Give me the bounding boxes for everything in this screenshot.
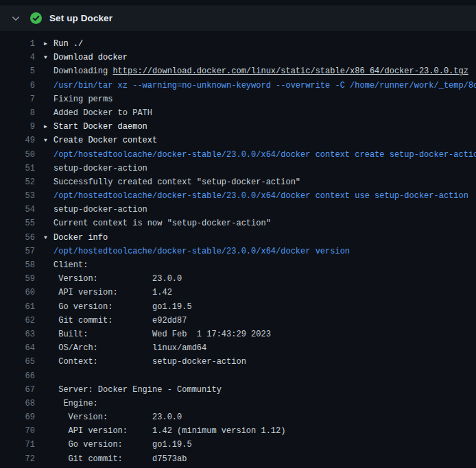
log-line: 71 Go version: go1.19.5	[0, 438, 476, 452]
log-segment: API version: 1.42	[53, 288, 172, 297]
line-number[interactable]: 59	[0, 272, 35, 286]
line-number[interactable]: 61	[0, 300, 35, 314]
group-title[interactable]: Run ./	[53, 39, 83, 49]
line-number[interactable]: 4	[0, 51, 35, 64]
line-number[interactable]: 52	[0, 175, 35, 189]
line-number[interactable]: 72	[0, 452, 35, 466]
log-line: 7Fixing perms	[0, 93, 476, 106]
log-text: /opt/hostedtoolcache/docker-stable/23.0.…	[53, 148, 476, 162]
arrow-spacer	[44, 79, 53, 93]
line-number[interactable]: 63	[0, 328, 35, 341]
log-link[interactable]: https://download.docker.com/linux/static…	[112, 66, 468, 76]
line-number[interactable]: 53	[0, 189, 35, 203]
log-text: Fixing perms	[53, 93, 112, 106]
line-number[interactable]: 56	[0, 231, 35, 245]
log-line: 58Client:	[0, 258, 476, 272]
line-number[interactable]: 70	[0, 424, 35, 438]
log-line: 59 Version: 23.0.0	[0, 272, 476, 286]
line-number[interactable]: 62	[0, 314, 35, 328]
line-number[interactable]: 54	[0, 203, 35, 217]
log-line: 4▼Download docker	[0, 51, 476, 64]
log-segment: Version: 23.0.0	[53, 412, 182, 422]
triangle-down-icon[interactable]: ▼	[44, 134, 53, 147]
line-number[interactable]: 71	[0, 438, 35, 452]
log-text: Client:	[53, 258, 88, 272]
log-segment: Go version: go1.19.5	[53, 302, 192, 312]
log-lines: 1▶Run ./4▼Download docker5Downloading ht…	[0, 31, 476, 466]
line-number[interactable]: 69	[0, 410, 35, 424]
triangle-down-icon[interactable]: ▼	[44, 231, 53, 245]
arrow-spacer	[44, 438, 53, 452]
arrow-spacer	[44, 245, 53, 258]
log-text: Download docker	[53, 51, 128, 64]
log-segment: Git commit: d7573ab	[53, 454, 187, 464]
line-number[interactable]: 66	[0, 369, 35, 383]
log-text: Go version: go1.19.5	[53, 438, 192, 452]
line-number[interactable]: 1	[0, 37, 35, 51]
line-number[interactable]: 57	[0, 245, 35, 258]
arrow-spacer	[44, 328, 53, 341]
log-line: 60 API version: 1.42	[0, 286, 476, 299]
triangle-down-icon[interactable]: ▼	[44, 51, 53, 64]
triangle-right-icon[interactable]: ▶	[44, 120, 53, 134]
line-number[interactable]: 58	[0, 258, 35, 272]
line-number[interactable]: 65	[0, 355, 35, 369]
group-title[interactable]: Create Docker context	[53, 136, 157, 145]
line-number[interactable]: 55	[0, 217, 35, 230]
log-segment: OS/Arch: linux/amd64	[53, 343, 206, 353]
line-number[interactable]: 51	[0, 162, 35, 175]
step-header[interactable]: Set up Docker	[0, 5, 476, 31]
arrow-spacer	[44, 203, 53, 217]
line-number[interactable]: 60	[0, 286, 35, 299]
log-text: Engine:	[53, 397, 98, 410]
arrow-spacer	[44, 397, 53, 410]
arrow-spacer	[44, 286, 53, 299]
log-segment: setup-docker-action	[53, 205, 147, 214]
chevron-down-icon[interactable]	[11, 14, 21, 23]
line-number[interactable]: 64	[0, 341, 35, 355]
log-line: 70 API version: 1.42 (minimum version 1.…	[0, 424, 476, 438]
log-line: 52Successfully created context "setup-do…	[0, 175, 476, 189]
log-text: Start Docker daemon	[53, 120, 147, 134]
log-command: /opt/hostedtoolcache/docker-stable/23.0.…	[53, 247, 350, 256]
log-line: 68 Engine:	[0, 397, 476, 410]
line-number[interactable]: 68	[0, 397, 35, 410]
log-segment: Server: Docker Engine - Community	[53, 385, 222, 395]
log-line: 66	[0, 369, 476, 383]
log-segment: Go version: go1.19.5	[53, 440, 192, 449]
check-circle-icon	[30, 12, 42, 24]
log-line: 69 Version: 23.0.0	[0, 410, 476, 424]
line-number[interactable]: 50	[0, 148, 35, 162]
log-command: /opt/hostedtoolcache/docker-stable/23.0.…	[53, 150, 476, 160]
log-text: Version: 23.0.0	[53, 410, 182, 424]
log-line: 65 Context: setup-docker-action	[0, 355, 476, 369]
arrow-spacer	[44, 314, 53, 328]
log-segment: Added Docker to PATH	[53, 108, 152, 118]
group-title[interactable]: Download docker	[53, 53, 128, 62]
line-number[interactable]: 8	[0, 106, 35, 120]
arrow-spacer	[44, 383, 53, 397]
group-title[interactable]: Start Docker daemon	[53, 122, 147, 132]
arrow-spacer	[44, 258, 53, 272]
line-number[interactable]: 7	[0, 93, 35, 106]
arrow-spacer	[44, 64, 53, 78]
arrow-spacer	[44, 355, 53, 369]
log-segment: Engine:	[53, 399, 98, 408]
line-number[interactable]: 49	[0, 134, 35, 147]
line-number[interactable]: 67	[0, 383, 35, 397]
log-line: 50/opt/hostedtoolcache/docker-stable/23.…	[0, 148, 476, 162]
arrow-spacer	[44, 410, 53, 424]
log-text: API version: 1.42	[53, 286, 172, 299]
step-title: Set up Docker	[49, 13, 112, 23]
line-number[interactable]: 9	[0, 120, 35, 134]
line-number[interactable]: 6	[0, 79, 35, 93]
log-line: 63 Built: Wed Feb 1 17:43:29 2023	[0, 328, 476, 341]
log-line: 67 Server: Docker Engine - Community	[0, 383, 476, 397]
log-text: Built: Wed Feb 1 17:43:29 2023	[53, 328, 271, 341]
log-text: Context: setup-docker-action	[53, 355, 246, 369]
log-segment: Downloading	[53, 66, 112, 76]
log-command: /usr/bin/tar xz --warning=no-unknown-key…	[53, 81, 476, 90]
line-number[interactable]: 5	[0, 64, 35, 78]
group-title[interactable]: Docker info	[53, 233, 108, 243]
triangle-right-icon[interactable]: ▶	[44, 37, 53, 51]
